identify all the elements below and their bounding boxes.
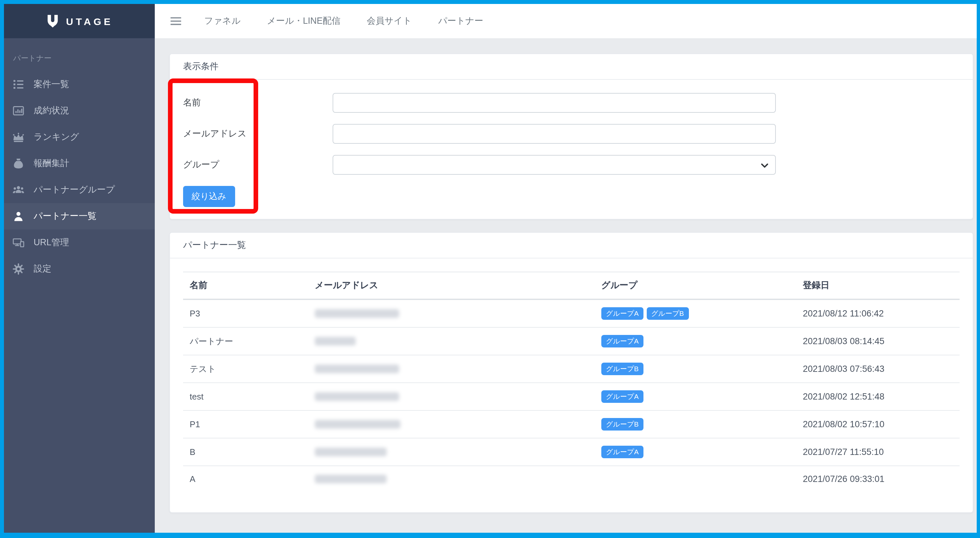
sidebar-item-4[interactable]: 報酬集計 [4,150,155,177]
email-redacted [315,392,399,401]
topnav-item-1[interactable]: ファネル [204,15,241,27]
registered-date-cell: 2021/07/27 11:55:10 [796,438,959,466]
email-redacted [315,420,401,429]
app-window: UTAGE パートナー 案件一覧成約状況ランキング報酬集計パートナーグループパー… [0,0,980,538]
crown-icon [12,131,25,144]
devices-icon [12,236,25,249]
partner-name-cell: P3 [183,299,308,327]
filter-field-label: メールアドレス [183,128,332,140]
filter-card: 表示条件 名前メールアドレスグループ絞り込み [169,53,974,220]
topnav-item-4[interactable]: パートナー [438,15,484,27]
group-badge: グループA [601,335,643,348]
table-header-row: 名前メールアドレスグループ登録日 [183,272,959,299]
filter-card-title: 表示条件 [170,54,973,80]
sidebar-item-label: パートナー一覧 [33,210,97,222]
partner-groups-cell: グループA [595,327,796,355]
email-redacted [315,337,356,345]
column-header-1: 名前 [183,272,308,299]
group-badge: グループA [601,307,643,320]
logo[interactable]: UTAGE [4,4,155,38]
utage-u-icon [46,14,60,28]
hamburger-icon[interactable] [169,14,183,28]
registered-date-cell: 2021/08/03 07:56:43 [796,355,959,383]
table-row: P1グループB2021/08/02 10:57:10 [183,410,959,438]
partner-groups-cell: グループB [595,355,796,383]
table-row: P3グループAグループB2021/08/12 11:06:42 [183,299,959,327]
sidebar-item-label: 成約状況 [33,105,69,117]
topnav-item-2[interactable]: メール・LINE配信 [267,15,340,27]
registered-date-cell: 2021/07/26 09:33:01 [796,466,959,492]
column-header-3: グループ [595,272,796,299]
sidebar-item-6-active[interactable]: パートナー一覧 [4,203,155,230]
registered-date-cell: 2021/08/02 12:51:48 [796,383,959,410]
top-navbar: ファネルメール・LINE配信会員サイトパートナー [155,4,977,38]
sidebar-item-label: 設定 [33,263,51,275]
table-row: パートナーグループA2021/08/03 08:14:45 [183,327,959,355]
partner-groups-cell: グループA [595,383,796,410]
user-icon [12,210,25,223]
partner-name-cell: テスト [183,355,308,383]
partner-list-card: パートナー一覧 名前メールアドレスグループ登録日 P3グループAグループB202… [169,232,974,512]
partner-table-wrap: 名前メールアドレスグループ登録日 P3グループAグループB2021/08/12 … [170,259,973,512]
partner-email-cell [308,383,595,410]
sidebar-item-label: パートナーグループ [33,184,115,196]
filter-form: 名前メールアドレスグループ絞り込み [170,80,973,219]
partner-email-cell [308,466,595,492]
filter-field-label: グループ [183,159,332,171]
sidebar-item-5[interactable]: パートナーグループ [4,177,155,203]
sidebar: UTAGE パートナー 案件一覧成約状況ランキング報酬集計パートナーグループパー… [4,4,155,533]
sidebar-item-8[interactable]: 設定 [4,256,155,282]
filter-row-3: グループ [183,155,959,175]
partner-name-cell: A [183,466,308,492]
sidebar-item-label: 案件一覧 [33,78,69,90]
sidebar-item-2[interactable]: 成約状況 [4,97,155,124]
topnav-item-3[interactable]: 会員サイト [367,15,412,27]
group-select[interactable] [332,155,776,175]
group-badge: グループB [647,307,689,320]
bar-chart-icon [12,104,25,117]
partner-list-title: パートナー一覧 [170,233,973,259]
email-input[interactable] [332,124,776,144]
topnav-items: ファネルメール・LINE配信会員サイトパートナー [204,15,510,27]
gear-icon [12,262,25,276]
group-badge: グループA [601,390,643,403]
table-row: テストグループB2021/08/03 07:56:43 [183,355,959,383]
table-row: A2021/07/26 09:33:01 [183,466,959,492]
registered-date-cell: 2021/08/03 08:14:45 [796,327,959,355]
table-row: BグループA2021/07/27 11:55:10 [183,438,959,466]
sidebar-item-3[interactable]: ランキング [4,124,155,150]
app-frame: UTAGE パートナー 案件一覧成約状況ランキング報酬集計パートナーグループパー… [4,4,977,533]
group-badge: グループB [601,418,643,431]
partner-name-cell: P1 [183,410,308,438]
partner-table: 名前メールアドレスグループ登録日 P3グループAグループB2021/08/12 … [183,271,959,492]
registered-date-cell: 2021/08/12 11:06:42 [796,299,959,327]
partner-groups-cell: グループA [595,438,796,466]
email-redacted [315,475,387,484]
money-bag-icon [12,157,25,170]
group-badge: グループB [601,362,643,375]
sidebar-item-label: URL管理 [33,237,69,249]
filter-submit-button[interactable]: 絞り込み [183,186,235,207]
sidebar-item-7[interactable]: URL管理 [4,230,155,256]
filter-row-2: メールアドレス [183,124,959,144]
table-row: testグループA2021/08/02 12:51:48 [183,383,959,410]
partner-email-cell [308,299,595,327]
sidebar-item-1[interactable]: 案件一覧 [4,71,155,97]
chevron-down-icon [759,160,770,171]
column-header-4: 登録日 [796,272,959,299]
brand-name: UTAGE [66,16,113,27]
group-badge: グループA [601,446,643,458]
registered-date-cell: 2021/08/02 10:57:10 [796,410,959,438]
column-header-2: メールアドレス [308,272,595,299]
filter-row-1: 名前 [183,93,959,113]
sidebar-nav: 案件一覧成約状況ランキング報酬集計パートナーグループパートナー一覧URL管理設定 [4,71,155,282]
sidebar-item-label: ランキング [33,131,79,143]
name-input[interactable] [332,93,776,113]
sidebar-item-label: 報酬集計 [33,158,69,169]
partner-email-cell [308,355,595,383]
partner-groups-cell: グループAグループB [595,299,796,327]
partner-name-cell: B [183,438,308,466]
filter-field-label: 名前 [183,97,332,109]
email-redacted [315,365,399,373]
list-icon [12,78,25,91]
